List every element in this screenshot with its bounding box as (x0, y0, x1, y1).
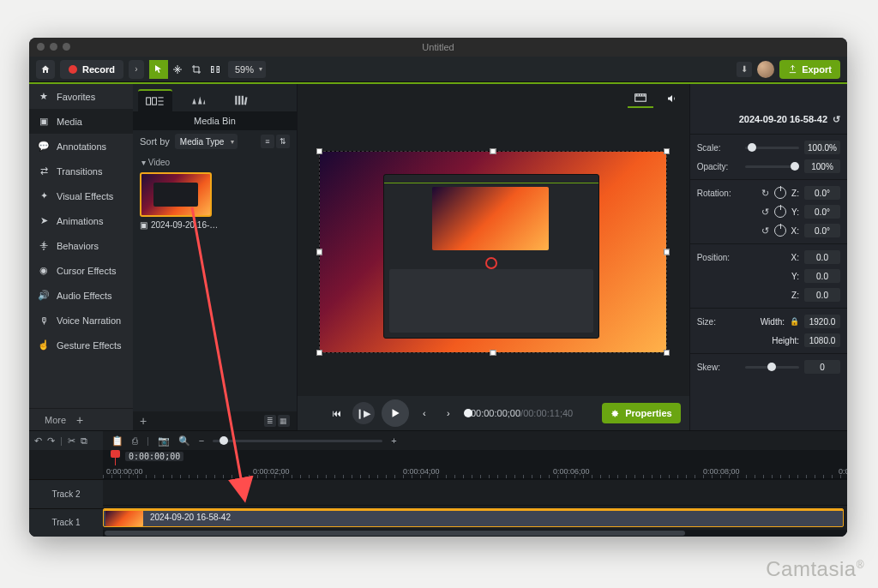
media-tab-bin[interactable] (138, 89, 172, 111)
timeline-zoom-slider[interactable] (213, 440, 382, 442)
sidebar-more[interactable]: More + (29, 408, 133, 430)
undo-button[interactable]: ↶ (34, 435, 42, 447)
rot-y-value[interactable]: 0.0° (804, 205, 840, 219)
zoom-out-button[interactable]: 🔍 (178, 435, 190, 447)
rotation-dial-y[interactable] (774, 206, 786, 218)
titlebar: Untitled (29, 38, 847, 57)
width-value[interactable]: 1920.0 (804, 315, 840, 328)
timeline-scrubrow[interactable]: 0:00:00;00 (103, 450, 847, 465)
canvas-tab-video[interactable] (628, 89, 653, 108)
opacity-value[interactable]: 100% (804, 159, 840, 173)
home-button[interactable] (36, 60, 55, 79)
view-grid-button[interactable]: ▦ (278, 415, 290, 427)
media-clip-thumb[interactable] (140, 172, 212, 217)
properties-panel: 2024-09-20 16-58-42 ↺ Scale: 100.0% Opac… (689, 84, 847, 430)
timecode: 00:00:00;00/00:00:11;40 (471, 408, 573, 419)
canvas-area: ⏮ ❙▶ ‹ › 00:00:00;00/00:00:11;40 Propert… (298, 84, 689, 430)
prev-frame-button[interactable]: ⏮ (328, 405, 346, 422)
sidebar-item-audio-effects[interactable]: 🔊Audio Effects (29, 283, 133, 308)
rot-z-value[interactable]: 0.0° (804, 186, 840, 200)
crop-tool[interactable] (187, 60, 206, 79)
add-media-button[interactable]: + (140, 414, 147, 428)
zoom-in-button[interactable]: + (391, 435, 396, 446)
cut-button[interactable]: ✂ (68, 435, 75, 447)
sort-dropdown[interactable]: Media Type (175, 134, 238, 149)
rotate-ccw-icon-2[interactable]: ↺ (761, 225, 769, 237)
magnet-tool[interactable] (206, 60, 225, 79)
properties-button[interactable]: Properties (602, 403, 680, 423)
sidebar-item-animations[interactable]: ➤Animations (29, 208, 133, 233)
timeline: ↶ ↷ | ✂ ⧉ Track 2 Track 1 📋 ⎙ | 📷 🔍 − (29, 430, 847, 537)
track-1[interactable]: 2024-09-20 16-58-42 (103, 505, 847, 531)
redo-button[interactable]: ↷ (47, 435, 55, 447)
svg-rect-3 (153, 98, 157, 105)
media-group-header[interactable]: ▾ Video (133, 153, 297, 169)
pos-z-value[interactable]: 0.0 (804, 288, 840, 302)
skew-slider[interactable] (745, 366, 799, 369)
sidebar-item-transitions[interactable]: ⇄Transitions (29, 159, 133, 183)
record-label: Record (82, 64, 115, 75)
sort-asc-button[interactable]: ≡ (261, 135, 274, 148)
lock-icon[interactable]: 🔒 (790, 317, 799, 326)
track-2[interactable] (103, 479, 847, 505)
timeline-clip[interactable]: 2024-09-20 16-58-42 (103, 508, 844, 528)
pos-y-value[interactable]: 0.0 (804, 269, 840, 283)
visual-effects-icon: ✦ (38, 190, 50, 201)
select-tool[interactable] (149, 60, 168, 79)
split-button[interactable]: ⎙ (132, 435, 138, 446)
play-button[interactable] (382, 399, 409, 427)
svg-rect-2 (147, 98, 151, 105)
record-menu-button[interactable]: › (129, 60, 144, 79)
media-tab-books[interactable] (224, 89, 258, 111)
record-button[interactable]: Record (60, 60, 123, 79)
opacity-slider[interactable] (745, 165, 799, 168)
sidebar-item-annotations[interactable]: 💬Annotations (29, 134, 133, 159)
sidebar-item-visual-effects[interactable]: ✦Visual Effects (29, 183, 133, 208)
sidebar-item-behaviors[interactable]: ⸎Behaviors (29, 233, 133, 258)
reset-icon[interactable]: ↺ (833, 114, 840, 125)
gesture-effects-icon: ☝ (38, 339, 50, 351)
svg-rect-6 (242, 96, 244, 105)
timeline-ruler[interactable]: 0:00:00;00 0:00:02;00 0:00:04;00 0:00:06… (103, 465, 847, 479)
media-clip-label: ▣ 2024-09-20 16-… (140, 220, 297, 230)
export-button[interactable]: Export (779, 60, 840, 79)
sort-dir-button[interactable]: ⇅ (276, 135, 290, 148)
sidebar-item-gesture-effects[interactable]: ☝Gesture Effects (29, 333, 133, 357)
pan-tool[interactable] (168, 60, 187, 79)
sidebar-item-media[interactable]: ▣Media (29, 109, 133, 134)
timeline-scrollbar[interactable] (103, 530, 847, 537)
clip-label: 2024-09-20 16-58-42 (150, 513, 231, 522)
media-tab-library[interactable] (181, 89, 215, 111)
skew-value[interactable]: 0 (804, 360, 840, 374)
svg-rect-5 (238, 96, 240, 105)
track-label-1[interactable]: Track 1 (29, 508, 103, 537)
view-list-button[interactable]: ≣ (264, 415, 276, 427)
rotation-dial-x[interactable] (774, 225, 786, 237)
height-value[interactable]: 1080.0 (804, 333, 840, 347)
rotation-dial-z[interactable] (774, 187, 786, 199)
step-back-button[interactable]: ❙▶ (352, 402, 375, 424)
scale-value[interactable]: 100.0% (804, 141, 840, 154)
window-title: Untitled (422, 42, 454, 52)
track-label-2[interactable]: Track 2 (29, 479, 103, 508)
svg-rect-7 (244, 97, 248, 105)
next-button[interactable]: › (440, 405, 457, 422)
paste-button[interactable]: 📋 (111, 435, 123, 447)
download-button[interactable]: ⬇ (737, 62, 752, 77)
window-controls[interactable] (37, 43, 70, 51)
zoom-dropdown[interactable]: 59% (228, 61, 266, 78)
rotate-cw-icon[interactable]: ↻ (761, 188, 769, 199)
prev-button[interactable]: ‹ (416, 405, 433, 422)
snapshot-button[interactable]: 📷 (158, 435, 170, 447)
sidebar-item-favorites[interactable]: ★Favorites (29, 84, 133, 109)
pos-x-value[interactable]: 0.0 (804, 250, 840, 264)
sidebar-item-cursor-effects[interactable]: ◉Cursor Effects (29, 258, 133, 283)
scale-slider[interactable] (745, 147, 799, 149)
sidebar-item-voice-narration[interactable]: 🎙Voice Narration (29, 308, 133, 333)
rotate-ccw-icon[interactable]: ↺ (761, 207, 769, 218)
canvas-tab-audio[interactable] (658, 89, 684, 108)
copy-button[interactable]: ⧉ (81, 435, 87, 447)
account-avatar[interactable] (757, 61, 774, 78)
preview-canvas[interactable] (319, 151, 667, 353)
rot-x-value[interactable]: 0.0° (804, 224, 840, 237)
